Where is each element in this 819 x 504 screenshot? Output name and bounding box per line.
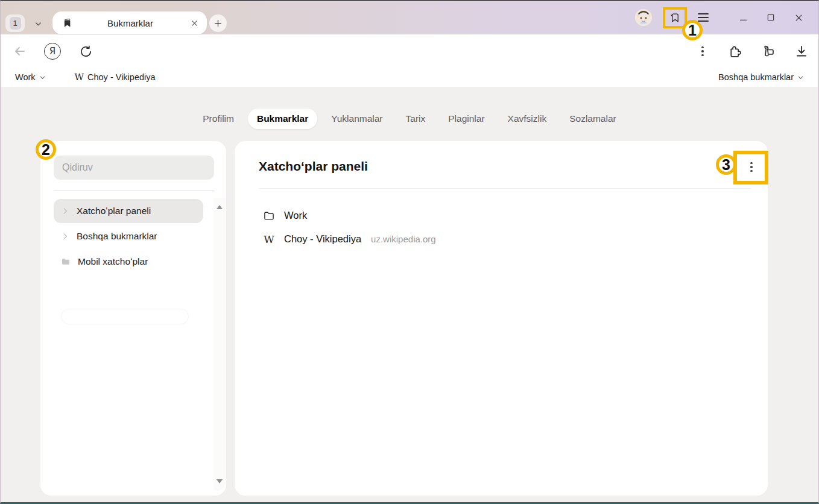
tab-xavfsizlik[interactable]: Xavfsizlik xyxy=(499,109,556,129)
other-bookmarks-label: Boshqa bukmarklar xyxy=(718,72,794,82)
tab-sozlamalar[interactable]: Sozlamalar xyxy=(560,109,625,129)
settings-nav-tabs: Profilim Bukmarklar Yuklanmalar Tarix Pl… xyxy=(1,109,818,129)
bookmarks-bar-link-label: Choy - Vikipediya xyxy=(87,72,156,82)
ghost-artifact xyxy=(61,309,189,324)
bookmarks-main-panel: Xatchoʻplar paneli Work W Choy - Vikiped… xyxy=(235,141,768,496)
sidebar-scrollbar[interactable] xyxy=(213,198,226,491)
sidebar-divider xyxy=(54,190,214,191)
list-item-label: Work xyxy=(284,210,307,221)
reload-icon[interactable] xyxy=(77,35,95,68)
browser-toolbar: Я bookmarks Bukmarklar xyxy=(1,35,818,68)
tab-bukmarklar[interactable]: Bukmarklar xyxy=(248,109,317,129)
new-tab-button[interactable] xyxy=(209,14,227,32)
wikipedia-icon: W xyxy=(75,72,84,83)
tree-item-label: Boshqa bukmarklar xyxy=(77,231,157,242)
tab-plaginlar[interactable]: Plaginlar xyxy=(439,109,493,129)
back-icon[interactable] xyxy=(10,35,30,68)
search-input[interactable] xyxy=(62,162,206,173)
tab-profilim[interactable]: Profilim xyxy=(194,109,243,129)
protect-keychain-icon[interactable] xyxy=(757,35,779,68)
tree-item-label: Xatchoʻplar paneli xyxy=(77,206,151,216)
tab-bookmark-icon xyxy=(62,17,73,28)
annotation-step-1: 1 xyxy=(682,20,703,40)
scroll-up-icon[interactable] xyxy=(217,205,223,209)
bookmarks-list: Work W Choy - Vikipediya uz.wikipedia.or… xyxy=(262,204,744,251)
list-item-work-folder[interactable]: Work xyxy=(262,204,744,227)
chevron-down-icon xyxy=(797,74,804,81)
sidebar-search[interactable] xyxy=(54,156,214,180)
bookmarks-manager-page: Profilim Bukmarklar Yuklanmalar Tarix Pl… xyxy=(1,87,818,502)
scroll-down-icon[interactable] xyxy=(217,479,223,484)
browser-tab[interactable]: Bukmarklar xyxy=(52,11,207,34)
panel-kebab-menu-icon[interactable] xyxy=(744,159,759,175)
browser-window: 1 Bukmarklar xyxy=(0,0,819,504)
window-close-button[interactable] xyxy=(785,5,812,30)
window-maximize-button[interactable] xyxy=(757,5,785,30)
bookmarks-sidebar: Xatchoʻplar paneli Boshqa bukmarklar Mob… xyxy=(40,141,226,496)
folder-icon xyxy=(61,257,71,266)
annotation-step-3: 3 xyxy=(716,154,736,175)
tab-counter-button[interactable]: 1 xyxy=(5,14,25,32)
panel-title: Xatchoʻplar paneli xyxy=(259,159,368,174)
tree-item-mobile-bookmarks[interactable]: Mobil xatchoʻplar xyxy=(54,250,203,274)
tab-yuklanmalar[interactable]: Yuklanmalar xyxy=(322,109,391,129)
chevron-down-icon xyxy=(39,74,46,81)
list-item-url: uz.wikipedia.org xyxy=(371,234,436,244)
list-item-choy-vikipediya[interactable]: W Choy - Vikipediya uz.wikipedia.org xyxy=(262,227,744,251)
wikipedia-icon: W xyxy=(262,233,276,245)
menu-hamburger-icon[interactable] xyxy=(698,11,711,24)
panel-divider xyxy=(259,188,751,189)
list-item-label: Choy - Vikipediya xyxy=(284,233,361,245)
chevron-right-icon[interactable] xyxy=(61,232,69,241)
bookmarks-bar-folder-work[interactable]: Work xyxy=(15,72,46,82)
tab-close-icon[interactable] xyxy=(188,16,201,30)
annotation-step-2: 2 xyxy=(36,139,56,160)
tab-title: Bukmarklar xyxy=(73,18,188,28)
yandex-logo-icon[interactable]: Я xyxy=(43,35,62,68)
bookmarks-bar-folder-label: Work xyxy=(15,72,36,82)
download-icon[interactable] xyxy=(791,35,812,68)
tree-item-bookmarks-panel[interactable]: Xatchoʻplar paneli xyxy=(54,199,203,223)
tab-tarix[interactable]: Tarix xyxy=(397,109,435,129)
bookmarks-tree: Xatchoʻplar paneli Boshqa bukmarklar Mob… xyxy=(54,199,203,274)
chevron-right-icon[interactable] xyxy=(61,207,69,215)
tree-item-other-bookmarks[interactable]: Boshqa bukmarklar xyxy=(54,224,203,248)
folder-icon xyxy=(262,210,276,222)
tab-counter-value: 1 xyxy=(10,17,21,30)
tree-item-label: Mobil xatchoʻplar xyxy=(78,256,148,267)
tab-list-chevron-down-icon[interactable] xyxy=(30,16,46,31)
other-bookmarks-button[interactable]: Boshqa bukmarklar xyxy=(718,72,804,82)
profile-avatar[interactable] xyxy=(635,9,652,26)
extensions-puzzle-icon[interactable] xyxy=(724,35,745,68)
bookmarks-bar: Work W Choy - Vikipediya Boshqa bukmarkl… xyxy=(1,68,818,87)
window-minimize-button[interactable] xyxy=(729,5,757,30)
bookmarks-bar-link-wikipedia[interactable]: W Choy - Vikipediya xyxy=(75,72,156,83)
